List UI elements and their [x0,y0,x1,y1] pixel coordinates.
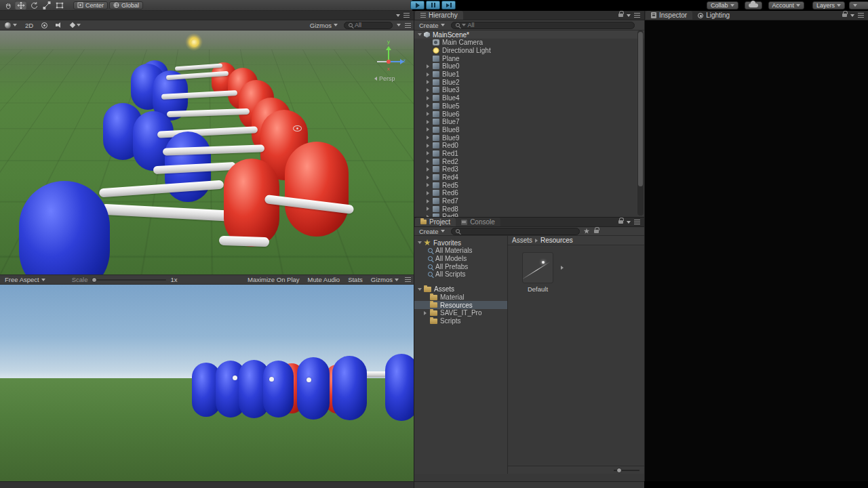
move-tool-icon[interactable] [15,1,26,9]
lock-icon[interactable] [618,220,623,224]
hierarchy-item[interactable]: Directional Light [414,47,644,55]
expand-arrow[interactable] [427,96,433,100]
expand-arrow[interactable] [424,311,430,315]
expand-arrow[interactable] [418,33,424,36]
layers-dropdown[interactable]: Layers [812,1,845,9]
hierarchy-item[interactable]: Blue2 [414,78,644,86]
expand-arrow[interactable] [427,73,433,77]
tab-hierarchy[interactable]: Hierarchy [415,11,463,20]
scale-slider[interactable] [92,279,166,281]
folder-item[interactable]: Resources [414,301,507,309]
pivot-center-button[interactable]: Center [73,1,108,9]
panel-menu-icon[interactable] [403,13,410,18]
scene-gizmos-dropdown[interactable]: Gizmos [308,21,340,29]
expand-arrow[interactable] [427,80,433,84]
hierarchy-item[interactable]: Blue0 [414,62,644,70]
expand-arrow[interactable] [427,176,433,180]
favorite-item[interactable]: All Prefabs [414,262,507,270]
assets-header[interactable]: Assets [414,285,507,293]
expand-arrow[interactable] [427,183,433,187]
hierarchy-item[interactable]: Blue1 [414,70,644,79]
scene-viewport[interactable]: y z x Persp [0,30,414,274]
aspect-dropdown[interactable]: Free Aspect [3,276,47,284]
scale-tool-icon[interactable] [41,1,52,9]
hierarchy-item[interactable]: Red8 [414,205,644,213]
hierarchy-item[interactable]: Blue8 [414,126,644,134]
tab-inspector[interactable]: Inspector [646,11,692,20]
tab-console[interactable]: Console [456,218,500,226]
create-button[interactable]: Create [417,227,447,235]
hand-tool-icon[interactable] [2,1,14,9]
expand-arrow[interactable] [427,64,433,68]
hierarchy-scrollbar[interactable] [637,30,644,216]
expand-arrow[interactable] [418,241,424,244]
stats-toggle[interactable]: Stats [346,276,365,284]
lock-icon[interactable] [618,14,623,17]
dropdown-icon[interactable] [850,14,854,17]
scene-header-row[interactable]: MainScene* [414,30,644,39]
hierarchy-item[interactable]: Blue5 [414,102,644,110]
red-capsule[interactable] [285,142,349,237]
expand-arrow[interactable] [427,120,433,124]
global-local-button[interactable]: Global [109,1,143,9]
maximize-on-play-toggle[interactable]: Maximize On Play [245,276,302,284]
step-button[interactable] [441,1,456,9]
zoom-slider-thumb[interactable] [616,468,622,473]
white-beam[interactable] [219,236,269,247]
search-by-type-icon[interactable] [594,230,599,233]
panel-menu-icon[interactable] [405,23,411,28]
breadcrumb-root[interactable]: Assets [512,237,532,244]
search-by-label-icon[interactable] [584,228,590,235]
hierarchy-item[interactable]: Red6 [414,189,644,197]
hierarchy-item[interactable]: Red7 [414,197,644,205]
panel-menu-icon[interactable] [405,277,411,282]
expand-arrow[interactable] [427,104,433,108]
tab-project[interactable]: Project [415,218,456,226]
expand-arrow[interactable] [427,112,433,116]
draw-mode-dropdown[interactable] [3,21,19,29]
game-gizmos-dropdown[interactable]: Gizmos [369,276,401,284]
expand-arrow[interactable] [427,191,433,195]
layout-dropdown[interactable] [849,1,868,9]
scene-orientation-gizmo[interactable]: y z x [373,40,406,74]
perspective-toggle[interactable]: Persp [374,75,395,82]
project-search-field[interactable] [451,228,580,235]
tab-lighting[interactable]: Lighting [692,11,735,20]
hierarchy-item[interactable]: Blue7 [414,118,644,126]
hierarchy-item[interactable]: Red5 [414,181,644,189]
pause-button[interactable] [426,1,440,9]
rect-tool-icon[interactable] [54,1,65,9]
hierarchy-item[interactable]: Red1 [414,150,644,158]
favorite-item[interactable]: All Scripts [414,270,507,279]
expand-arrow[interactable] [427,207,433,211]
hierarchy-item[interactable]: Main Camera [414,39,644,47]
hierarchy-search-field[interactable]: All [451,22,635,29]
x-axis-ball[interactable] [387,60,391,64]
dropdown-icon[interactable] [397,24,401,26]
scene-lighting-toggle[interactable] [39,21,50,29]
scale-slider-thumb[interactable] [92,277,97,283]
z-axis[interactable] [390,61,401,62]
create-button[interactable]: Create [417,21,447,29]
favorite-item[interactable]: All Materials [414,247,507,255]
expand-arrow[interactable] [427,159,433,163]
folder-item[interactable]: Material [414,293,507,302]
collab-dropdown[interactable]: Collab [707,1,738,9]
2d-toggle[interactable]: 2D [23,21,35,29]
hierarchy-item[interactable]: Plane [414,54,644,62]
expand-arrow[interactable] [427,88,433,92]
play-button[interactable] [410,1,425,9]
asset-tile[interactable]: Default [517,252,558,293]
hierarchy-item[interactable]: Red2 [414,157,644,165]
hierarchy-item[interactable]: Red0 [414,142,644,150]
favorites-header[interactable]: Favorites [414,239,507,247]
expand-arrow[interactable] [427,136,433,140]
asset-expander-icon[interactable] [561,266,564,270]
thumbnail-zoom-slider[interactable] [614,470,639,471]
account-dropdown[interactable]: Account [768,1,805,9]
folder-item[interactable]: Scripts [414,317,507,325]
hierarchy-item[interactable]: Red3 [414,165,644,174]
panel-menu-icon[interactable] [634,220,640,224]
breadcrumb-current[interactable]: Resources [540,237,573,244]
scene-effects-dropdown[interactable] [68,21,83,29]
